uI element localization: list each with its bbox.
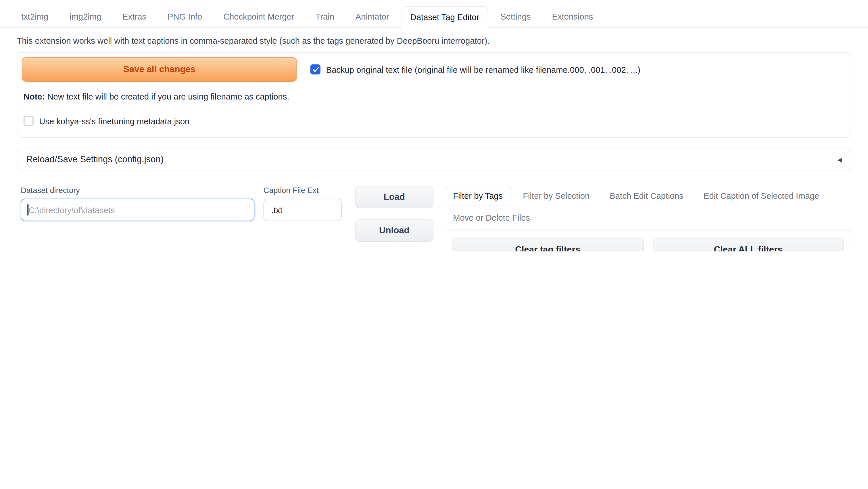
load-unload-buttons: Load Unload	[355, 186, 433, 242]
top-tab-bar: txt2img img2img Extras PNG Info Checkpoi…	[0, 0, 868, 28]
accordion-collapsed-icon: ◀	[838, 156, 842, 163]
page-content: This extension works well with text capt…	[0, 36, 868, 251]
checkbox-unchecked-icon	[24, 116, 34, 126]
intro-text: This extension works well with text capt…	[17, 36, 851, 46]
tab-edit-caption-of-selected-image[interactable]: Edit Caption of Selected Image	[695, 186, 828, 205]
dataset-directory-label: Dataset directory	[21, 186, 254, 195]
dataset-directory-input-wrap	[21, 199, 254, 221]
note-bold: Note:	[24, 92, 45, 101]
save-row: Save all changes Backup original text fi…	[22, 57, 846, 82]
tab-move-or-delete-files[interactable]: Move or Delete Files	[445, 208, 538, 227]
tab-train[interactable]: Train	[306, 5, 343, 27]
dataset-tag-editor-app: txt2img img2img Extras PNG Info Checkpoi…	[0, 0, 868, 251]
tab-extensions[interactable]: Extensions	[543, 5, 602, 27]
tab-img2img[interactable]: img2img	[61, 5, 111, 27]
tab-extras[interactable]: Extras	[114, 5, 155, 27]
editor-tab-bar: Filter by Tags Filter by Selection Batch…	[445, 186, 851, 227]
tab-checkpoint-merger[interactable]: Checkpoint Merger	[214, 5, 303, 27]
kohya-row: Use kohya-ss's finetuning metadata json	[24, 116, 846, 126]
caption-file-ext-input[interactable]	[264, 199, 342, 221]
caption-file-ext-field: Caption File Ext	[264, 186, 342, 242]
tab-animator[interactable]: Animator	[347, 5, 398, 27]
checkbox-checked-icon	[310, 64, 320, 75]
dataset-directory-input[interactable]	[21, 199, 254, 221]
left-column: Dataset directory Caption File Ext Load …	[17, 186, 433, 251]
note-text: Note: New text file will be created if y…	[24, 92, 846, 101]
save-all-changes-button[interactable]: Save all changes	[22, 57, 297, 82]
caption-file-ext-label: Caption File Ext	[264, 186, 342, 195]
tab-settings[interactable]: Settings	[492, 5, 540, 27]
clear-all-filters-button[interactable]: Clear ALL filters	[652, 238, 844, 251]
tab-txt2img[interactable]: txt2img	[12, 5, 57, 27]
backup-original-label: Backup original text file (original file…	[326, 65, 640, 74]
kohya-metadata-label: Use kohya-ss's finetuning metadata json	[39, 116, 189, 126]
tab-dataset-tag-editor[interactable]: Dataset Tag Editor	[401, 6, 488, 28]
text-cursor	[27, 204, 28, 215]
kohya-metadata-checkbox[interactable]: Use kohya-ss's finetuning metadata json	[24, 116, 846, 126]
unload-button[interactable]: Unload	[355, 220, 433, 242]
clear-buttons-row: Clear tag filters Clear ALL filters	[452, 238, 844, 251]
right-column: Filter by Tags Filter by Selection Batch…	[445, 186, 851, 251]
filter-by-tags-panel: Clear tag filters Clear ALL filters Posi…	[445, 229, 851, 251]
save-panel: Save all changes Backup original text fi…	[17, 52, 851, 138]
dataset-directory-field: Dataset directory	[21, 186, 254, 242]
dataset-io-row: Dataset directory Caption File Ext Load …	[17, 186, 433, 242]
reload-save-settings-accordion[interactable]: Reload/Save Settings (config.json) ◀	[17, 148, 851, 171]
tab-filter-by-selection[interactable]: Filter by Selection	[515, 186, 598, 205]
reload-save-settings-label: Reload/Save Settings (config.json)	[26, 154, 163, 165]
check-icon	[312, 67, 318, 72]
tab-png-info[interactable]: PNG Info	[159, 5, 211, 27]
load-button[interactable]: Load	[355, 186, 433, 208]
clear-tag-filters-button[interactable]: Clear tag filters	[452, 238, 643, 251]
note-rest: New text file will be created if you are…	[45, 92, 289, 101]
backup-original-checkbox[interactable]: Backup original text file (original file…	[310, 64, 640, 75]
main-columns: Dataset directory Caption File Ext Load …	[17, 186, 851, 251]
tab-batch-edit-captions[interactable]: Batch Edit Captions	[601, 186, 692, 205]
tab-filter-by-tags[interactable]: Filter by Tags	[445, 186, 511, 205]
